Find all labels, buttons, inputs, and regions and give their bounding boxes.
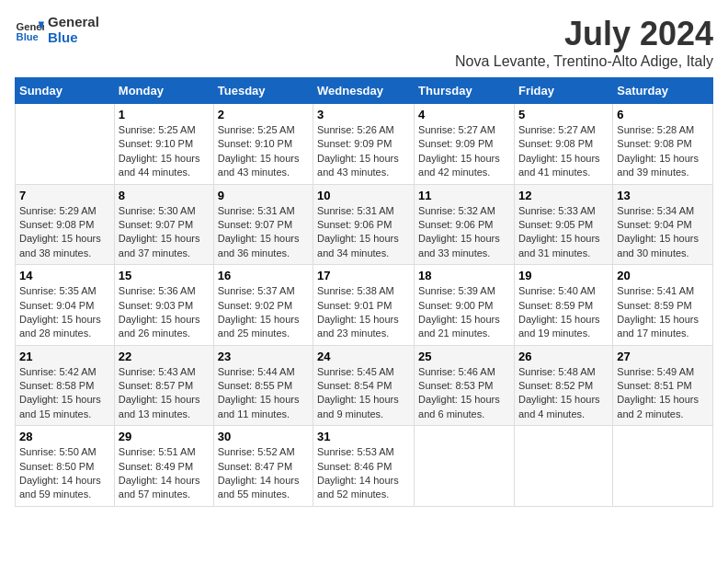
logo-line1: General (48, 15, 99, 30)
day-info: Sunrise: 5:42 AM Sunset: 8:58 PM Dayligh… (19, 365, 110, 422)
day-info: Sunrise: 5:34 AM Sunset: 9:04 PM Dayligh… (617, 204, 709, 261)
calendar-cell: 26Sunrise: 5:48 AM Sunset: 8:52 PM Dayli… (514, 345, 612, 426)
day-info: Sunrise: 5:39 AM Sunset: 9:00 PM Dayligh… (418, 284, 510, 341)
title-area: July 2024 Nova Levante, Trentino-Alto Ad… (455, 15, 713, 70)
day-info: Sunrise: 5:49 AM Sunset: 8:51 PM Dayligh… (617, 365, 709, 422)
calendar-cell (613, 426, 713, 507)
day-info: Sunrise: 5:28 AM Sunset: 9:08 PM Dayligh… (617, 123, 709, 180)
day-info: Sunrise: 5:27 AM Sunset: 9:08 PM Dayligh… (518, 123, 609, 180)
day-number: 10 (317, 189, 410, 202)
day-number: 19 (518, 269, 609, 282)
calendar-cell: 12Sunrise: 5:33 AM Sunset: 9:05 PM Dayli… (514, 184, 612, 265)
svg-text:Blue: Blue (17, 31, 39, 42)
calendar-cell: 9Sunrise: 5:31 AM Sunset: 9:07 PM Daylig… (213, 184, 313, 265)
day-number: 2 (218, 108, 309, 121)
calendar-cell: 29Sunrise: 5:51 AM Sunset: 8:49 PM Dayli… (114, 426, 213, 507)
calendar-cell: 21Sunrise: 5:42 AM Sunset: 8:58 PM Dayli… (16, 345, 115, 426)
day-info: Sunrise: 5:29 AM Sunset: 9:08 PM Dayligh… (19, 204, 110, 261)
header-wednesday: Wednesday (313, 78, 415, 104)
day-info: Sunrise: 5:52 AM Sunset: 8:47 PM Dayligh… (218, 445, 309, 502)
day-info: Sunrise: 5:45 AM Sunset: 8:54 PM Dayligh… (317, 365, 410, 422)
day-info: Sunrise: 5:36 AM Sunset: 9:03 PM Dayligh… (119, 284, 210, 341)
calendar-cell: 11Sunrise: 5:32 AM Sunset: 9:06 PM Dayli… (415, 184, 515, 265)
day-number: 14 (19, 269, 110, 282)
calendar-cell: 28Sunrise: 5:50 AM Sunset: 8:50 PM Dayli… (16, 426, 115, 507)
day-info: Sunrise: 5:41 AM Sunset: 8:59 PM Dayligh… (617, 284, 709, 341)
calendar-cell: 8Sunrise: 5:30 AM Sunset: 9:07 PM Daylig… (114, 184, 213, 265)
day-number: 25 (418, 350, 510, 363)
calendar-header-row: SundayMondayTuesdayWednesdayThursdayFrid… (16, 78, 713, 104)
calendar-cell: 4Sunrise: 5:27 AM Sunset: 9:09 PM Daylig… (415, 104, 515, 185)
day-number: 4 (418, 108, 510, 121)
day-info: Sunrise: 5:37 AM Sunset: 9:02 PM Dayligh… (218, 284, 309, 341)
calendar-cell (415, 426, 515, 507)
day-number: 9 (218, 189, 309, 202)
calendar-cell: 3Sunrise: 5:26 AM Sunset: 9:09 PM Daylig… (313, 104, 415, 185)
header-tuesday: Tuesday (213, 78, 313, 104)
day-number: 23 (218, 350, 309, 363)
day-info: Sunrise: 5:31 AM Sunset: 9:07 PM Dayligh… (218, 204, 309, 261)
header-friday: Friday (514, 78, 612, 104)
logo-icon: General Blue (15, 16, 44, 45)
calendar-cell: 24Sunrise: 5:45 AM Sunset: 8:54 PM Dayli… (313, 345, 415, 426)
calendar-cell: 13Sunrise: 5:34 AM Sunset: 9:04 PM Dayli… (613, 184, 713, 265)
day-number: 17 (317, 269, 410, 282)
day-info: Sunrise: 5:31 AM Sunset: 9:06 PM Dayligh… (317, 204, 410, 261)
day-info: Sunrise: 5:32 AM Sunset: 9:06 PM Dayligh… (418, 204, 510, 261)
day-number: 31 (317, 430, 410, 443)
day-info: Sunrise: 5:48 AM Sunset: 8:52 PM Dayligh… (518, 365, 609, 422)
day-number: 15 (119, 269, 210, 282)
calendar-week-1: 1Sunrise: 5:25 AM Sunset: 9:10 PM Daylig… (16, 104, 713, 185)
day-number: 6 (617, 108, 709, 121)
calendar-cell: 2Sunrise: 5:25 AM Sunset: 9:10 PM Daylig… (213, 104, 313, 185)
day-number: 3 (317, 108, 410, 121)
header-sunday: Sunday (16, 78, 115, 104)
calendar-cell: 5Sunrise: 5:27 AM Sunset: 9:08 PM Daylig… (514, 104, 612, 185)
calendar-cell: 20Sunrise: 5:41 AM Sunset: 8:59 PM Dayli… (613, 265, 713, 346)
header-thursday: Thursday (415, 78, 515, 104)
calendar-cell: 10Sunrise: 5:31 AM Sunset: 9:06 PM Dayli… (313, 184, 415, 265)
calendar-cell: 7Sunrise: 5:29 AM Sunset: 9:08 PM Daylig… (16, 184, 115, 265)
calendar-week-3: 14Sunrise: 5:35 AM Sunset: 9:04 PM Dayli… (16, 265, 713, 346)
calendar-cell: 30Sunrise: 5:52 AM Sunset: 8:47 PM Dayli… (213, 426, 313, 507)
day-number: 8 (119, 189, 210, 202)
calendar-table: SundayMondayTuesdayWednesdayThursdayFrid… (15, 77, 713, 507)
header: General Blue General Blue July 2024 Nova… (15, 15, 713, 70)
calendar-week-4: 21Sunrise: 5:42 AM Sunset: 8:58 PM Dayli… (16, 345, 713, 426)
day-number: 28 (19, 430, 110, 443)
day-info: Sunrise: 5:27 AM Sunset: 9:09 PM Dayligh… (418, 123, 510, 180)
day-number: 7 (19, 189, 110, 202)
day-number: 13 (617, 189, 709, 202)
calendar-cell: 16Sunrise: 5:37 AM Sunset: 9:02 PM Dayli… (213, 265, 313, 346)
day-info: Sunrise: 5:53 AM Sunset: 8:46 PM Dayligh… (317, 445, 410, 502)
day-info: Sunrise: 5:35 AM Sunset: 9:04 PM Dayligh… (19, 284, 110, 341)
calendar-cell: 22Sunrise: 5:43 AM Sunset: 8:57 PM Dayli… (114, 345, 213, 426)
day-number: 16 (218, 269, 309, 282)
calendar-cell: 6Sunrise: 5:28 AM Sunset: 9:08 PM Daylig… (613, 104, 713, 185)
day-number: 20 (617, 269, 709, 282)
location-title: Nova Levante, Trentino-Alto Adige, Italy (455, 53, 713, 70)
calendar-cell: 31Sunrise: 5:53 AM Sunset: 8:46 PM Dayli… (313, 426, 415, 507)
calendar-cell: 18Sunrise: 5:39 AM Sunset: 9:00 PM Dayli… (415, 265, 515, 346)
day-info: Sunrise: 5:25 AM Sunset: 9:10 PM Dayligh… (218, 123, 309, 180)
calendar-cell (514, 426, 612, 507)
day-number: 24 (317, 350, 410, 363)
day-info: Sunrise: 5:50 AM Sunset: 8:50 PM Dayligh… (19, 445, 110, 502)
calendar-week-2: 7Sunrise: 5:29 AM Sunset: 9:08 PM Daylig… (16, 184, 713, 265)
day-info: Sunrise: 5:38 AM Sunset: 9:01 PM Dayligh… (317, 284, 410, 341)
day-info: Sunrise: 5:33 AM Sunset: 9:05 PM Dayligh… (518, 204, 609, 261)
calendar-cell: 1Sunrise: 5:25 AM Sunset: 9:10 PM Daylig… (114, 104, 213, 185)
calendar-cell: 25Sunrise: 5:46 AM Sunset: 8:53 PM Dayli… (415, 345, 515, 426)
calendar-cell: 15Sunrise: 5:36 AM Sunset: 9:03 PM Dayli… (114, 265, 213, 346)
calendar-cell (16, 104, 115, 185)
day-info: Sunrise: 5:51 AM Sunset: 8:49 PM Dayligh… (119, 445, 210, 502)
header-monday: Monday (114, 78, 213, 104)
day-number: 18 (418, 269, 510, 282)
calendar-cell: 19Sunrise: 5:40 AM Sunset: 8:59 PM Dayli… (514, 265, 612, 346)
calendar-cell: 27Sunrise: 5:49 AM Sunset: 8:51 PM Dayli… (613, 345, 713, 426)
day-info: Sunrise: 5:43 AM Sunset: 8:57 PM Dayligh… (119, 365, 210, 422)
month-title: July 2024 (455, 15, 713, 53)
day-info: Sunrise: 5:26 AM Sunset: 9:09 PM Dayligh… (317, 123, 410, 180)
day-info: Sunrise: 5:46 AM Sunset: 8:53 PM Dayligh… (418, 365, 510, 422)
logo-line2: Blue (48, 30, 99, 46)
